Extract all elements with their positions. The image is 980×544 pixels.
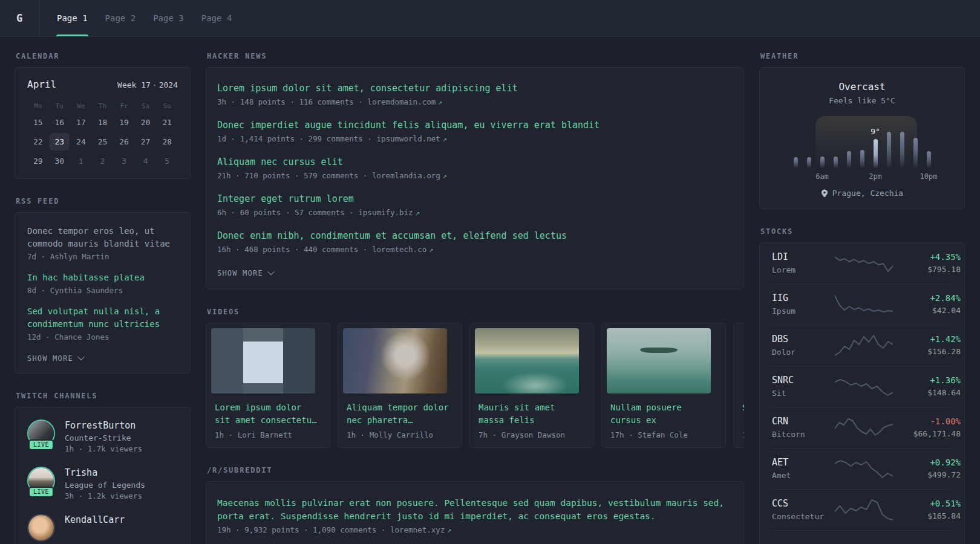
hackernews-widget: HACKER NEWS Lorem ipsum dolor sit amet, … (206, 52, 744, 290)
page-tab[interactable]: Page 4 (201, 0, 233, 36)
video-thumbnail (211, 328, 315, 393)
hackernews-item-stats: 21h · 710 points · 579 comments · (217, 171, 367, 180)
stock-row[interactable]: CRN Bitcorn -1.00% $66,171.48 (772, 407, 952, 448)
page-tab[interactable]: Page 2 (105, 0, 137, 36)
stock-symbol: SNRC (772, 375, 835, 386)
calendar-day: 17 (71, 114, 91, 131)
weather-hour-column: 9° 2pm (869, 115, 882, 168)
stock-price: $165.84 (893, 511, 961, 520)
page-tab-label: Page 3 (153, 13, 184, 23)
stock-row[interactable]: CCS Consectetur +0.51% $165.84 (772, 489, 952, 530)
hackernews-card: Lorem ipsum dolor sit amet, consectetur … (206, 67, 744, 290)
weather-hour-column (895, 115, 909, 168)
stock-sparkline-wrap (835, 251, 893, 275)
twitch-channel-row[interactable]: LIVE ForrestBurton Counter-Strike 1h · 1… (27, 419, 178, 453)
stock-row[interactable]: AET Amet +0.92% $499.72 (772, 448, 952, 489)
stock-sparkline-wrap (835, 497, 893, 522)
hackernews-show-more-button[interactable]: SHOW MORE (217, 269, 273, 277)
twitch-channel-row[interactable]: LIVE Trisha League of Legends 3h · 1.2k … (27, 467, 178, 500)
hackernews-item-domain[interactable]: ipsumworld.net↗ (376, 134, 447, 143)
rss-item-title[interactable]: Donec tempor eros leo, ut commodo mauris… (27, 225, 178, 250)
twitch-channel-row[interactable]: KendallCarr (27, 514, 178, 542)
reddit-widget: /R/SUBREDDIT Maecenas mollis pulvinar er… (206, 466, 744, 544)
video-card[interactable]: Aliquam tempor dolor nec pharetra… 1h · … (338, 323, 462, 448)
twitch-channel-info: Trisha League of Legends 3h · 1.2k viewe… (65, 467, 145, 500)
stock-sparkline-chart (835, 333, 893, 357)
reddit-section-title: /R/SUBREDDIT (207, 466, 744, 474)
stock-sparkline-wrap (835, 374, 893, 398)
hackernews-item-meta: 3h · 148 points · 116 comments · loremdo… (217, 97, 733, 106)
stock-row[interactable]: IIG Ipsum +2.84% $42.04 (772, 283, 952, 325)
hackernews-item-domain[interactable]: loremtech.co↗ (372, 245, 434, 254)
stock-row[interactable]: SNRC Sit +1.36% $148.64 (772, 366, 952, 407)
video-card[interactable]: Suspendisse diam 18h · Tara (733, 323, 744, 448)
video-meta: 17h · Stefan Cole (610, 430, 717, 439)
left-column: CALENDAR April Week 17·2024 Mo Tu (15, 52, 191, 544)
rss-item-title[interactable]: In hac habitasse platea (27, 271, 178, 284)
twitch-section-title: TWITCH CHANNELS (16, 392, 191, 400)
hackernews-section-title: HACKER NEWS (207, 52, 744, 60)
weather-temp-bar (913, 138, 918, 168)
page-tab[interactable]: Page 1 (56, 0, 88, 36)
weather-hour-column: 10pm (922, 115, 935, 168)
calendar-weekday: Fr (120, 100, 128, 112)
stock-sparkline-chart (835, 251, 893, 275)
stock-sparkline-chart (835, 497, 893, 522)
video-card[interactable]: Lorem ipsum dolor sit amet consectetu… 1… (206, 323, 330, 448)
calendar-day: 20 (136, 114, 156, 131)
hackernews-item-title[interactable]: Donec enim nibh, condimentum et accumsan… (217, 230, 733, 242)
rss-show-more-button[interactable]: SHOW MORE (27, 354, 83, 363)
rss-item-title[interactable]: Sed volutpat nulla nisl, a condimentum n… (27, 305, 178, 331)
video-card[interactable]: Nullam posuere cursus ex 17h · Stefan Co… (601, 323, 726, 448)
reddit-post-domain[interactable]: loremnet.xyz↗ (390, 525, 452, 534)
rss-item-meta: 7d · Ashlyn Martin (27, 252, 178, 261)
external-link-icon: ↗ (447, 526, 451, 534)
stock-name: Bitcorn (772, 430, 835, 439)
hackernews-item-domain[interactable]: loremlandia.org↗ (372, 171, 447, 180)
app-logo[interactable]: G (0, 0, 39, 36)
stock-identity: IIG Ipsum (772, 293, 835, 316)
stock-identity: SNRC Sit (772, 375, 835, 398)
hackernews-item-title[interactable]: Donec imperdiet augue tincidunt felis al… (217, 119, 733, 132)
weather-location: Prague, Czechia (772, 189, 952, 198)
stock-identity: LDI Lorem (772, 251, 835, 274)
hackernews-item-domain[interactable]: ipsumify.biz↗ (358, 208, 420, 217)
stock-name: Consectetur (772, 512, 835, 521)
rss-item: Donec tempor eros leo, ut commodo mauris… (27, 225, 178, 261)
hackernews-item: Aliquam nec cursus elit 21h · 710 points… (217, 156, 733, 180)
hackernews-item-meta: 6h · 60 points · 57 comments · ipsumify.… (217, 208, 733, 217)
calendar-day: 5 (157, 152, 177, 170)
video-meta: 7h · Grayson Dawson (479, 430, 585, 439)
stock-row[interactable]: DBS Dolor +1.42% $156.28 (772, 325, 952, 366)
live-badge: LIVE (28, 487, 54, 497)
weather-temp-bar (887, 132, 891, 168)
stocks-widget: STOCKS LDI Lorem +4.35% (759, 227, 965, 544)
hackernews-show-more-label: SHOW MORE (217, 269, 263, 277)
stock-row[interactable]: LDI Lorem +4.35% $795.18 (772, 243, 952, 283)
weather-hour-column (882, 115, 895, 168)
video-card[interactable]: Mauris sit amet massa felis 7h · Grayson… (469, 323, 594, 448)
hackernews-item-domain[interactable]: loremdomain.com↗ (367, 97, 442, 106)
stock-symbol: IIG (772, 293, 835, 303)
weather-card: Overcast Feels like 5°C (759, 67, 965, 209)
hackernews-item-title[interactable]: Lorem ipsum dolor sit amet, consectetur … (217, 82, 733, 95)
weather-hour-column (829, 115, 842, 168)
stock-symbol: LDI (772, 251, 835, 262)
calendar-day: 19 (114, 114, 134, 131)
hackernews-item-title[interactable]: Aliquam nec cursus elit (217, 156, 733, 169)
page-tab[interactable]: Page 3 (152, 0, 185, 36)
dashboard-columns: CALENDAR April Week 17·2024 Mo Tu (0, 37, 980, 544)
weather-temp-bar (860, 150, 864, 168)
weather-widget: WEATHER Overcast Feels like 5°C (759, 52, 965, 209)
weather-hourly-chart: 6am (789, 115, 935, 168)
stock-row[interactable]: AHS +0.46% (772, 530, 952, 544)
location-pin-icon (821, 189, 828, 198)
stock-values: +2.84% $42.04 (893, 293, 961, 315)
stock-sparkline-chart (835, 374, 893, 398)
weather-temp-bar (900, 132, 904, 168)
hackernews-item-title[interactable]: Integer eget rutrum lorem (217, 193, 733, 206)
reddit-post-title[interactable]: Maecenas mollis pulvinar erat non posuer… (217, 496, 733, 523)
stock-symbol: CRN (772, 416, 835, 427)
weather-feels-like: Feels like 5°C (772, 96, 952, 105)
reddit-card: Maecenas mollis pulvinar erat non posuer… (206, 481, 744, 544)
